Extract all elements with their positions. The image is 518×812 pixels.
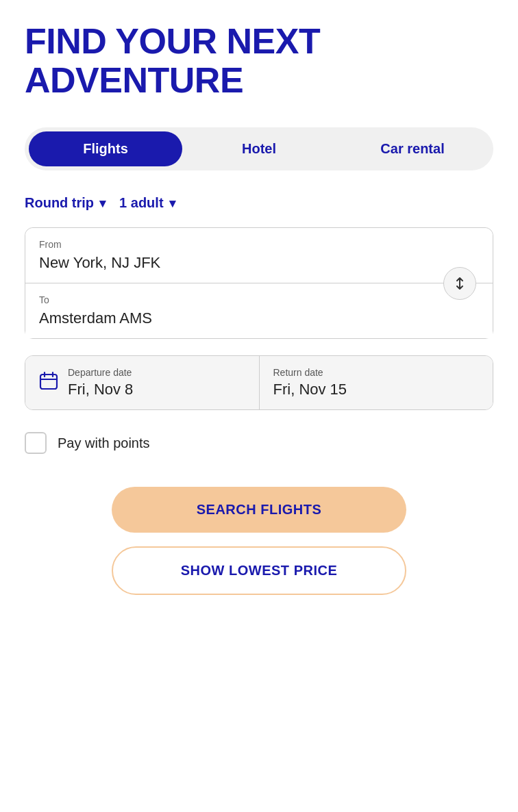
to-value: Amsterdam AMS — [39, 309, 479, 327]
trip-type-value: Round trip — [25, 195, 94, 211]
departure-label: Departure date — [68, 367, 133, 378]
tabs-container: Flights Hotel Car rental — [25, 127, 493, 170]
return-value: Fri, Nov 15 — [273, 381, 347, 398]
to-label: To — [39, 294, 479, 305]
departure-date-field[interactable]: Departure date Fri, Nov 8 — [25, 356, 260, 409]
swap-button[interactable] — [443, 267, 476, 300]
selectors-row: Round trip ▾ 1 adult ▾ — [25, 195, 493, 211]
page-title: FIND YOUR NEXT ADVENTURE — [25, 22, 493, 100]
return-label: Return date — [273, 367, 347, 378]
search-flights-button[interactable]: SEARCH FLIGHTS — [112, 487, 406, 533]
tab-hotel[interactable]: Hotel — [182, 131, 336, 166]
date-row: Departure date Fri, Nov 8 Return date Fr… — [25, 355, 493, 410]
tab-car-rental[interactable]: Car rental — [336, 131, 489, 166]
pay-with-points-label: Pay with points — [58, 435, 150, 451]
return-date-field[interactable]: Return date Fri, Nov 15 — [260, 356, 493, 409]
to-field[interactable]: To Amsterdam AMS — [25, 283, 493, 338]
show-lowest-price-button[interactable]: SHOW LOWEST PRICE — [112, 546, 406, 595]
from-value: New York, NJ JFK — [39, 254, 479, 272]
from-field[interactable]: From New York, NJ JFK — [25, 228, 493, 283]
calendar-icon — [39, 371, 58, 395]
tab-flights[interactable]: Flights — [29, 131, 182, 166]
passengers-value: 1 adult — [119, 195, 163, 211]
passengers-chevron: ▾ — [169, 196, 175, 211]
pay-with-points-row: Pay with points — [25, 432, 493, 454]
trip-type-dropdown[interactable]: Round trip ▾ — [25, 195, 106, 211]
trip-type-chevron: ▾ — [99, 196, 106, 211]
departure-value: Fri, Nov 8 — [68, 381, 133, 398]
pay-with-points-checkbox[interactable] — [25, 432, 47, 454]
svg-rect-0 — [40, 375, 57, 389]
passengers-dropdown[interactable]: 1 adult ▾ — [119, 195, 175, 211]
origin-destination-group: From New York, NJ JFK To Amsterdam AMS — [25, 227, 493, 339]
from-label: From — [39, 239, 479, 250]
